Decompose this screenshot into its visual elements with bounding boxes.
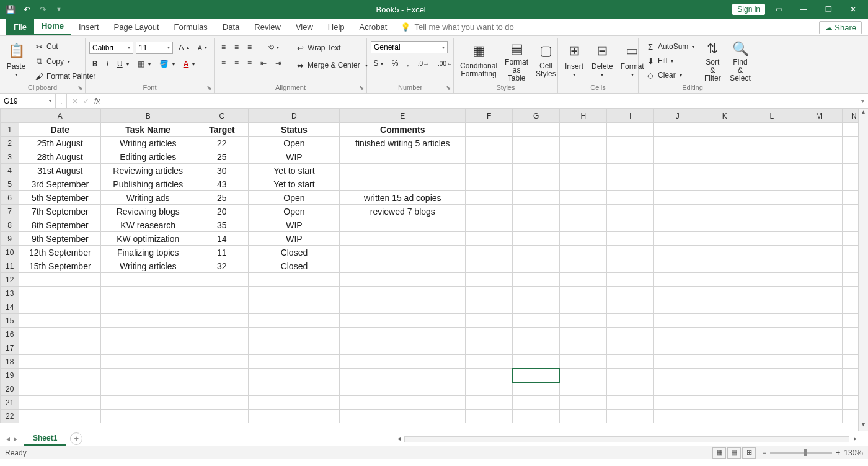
cell-K16[interactable]: [701, 328, 748, 341]
cell-A5[interactable]: 3rd September: [19, 177, 101, 191]
cell-J15[interactable]: [654, 314, 701, 328]
scroll-down-icon[interactable]: ▼: [859, 421, 868, 431]
cell-D14[interactable]: [249, 300, 340, 314]
cell-E18[interactable]: [340, 355, 466, 369]
cell-K4[interactable]: [701, 164, 748, 177]
cell-J14[interactable]: [654, 300, 701, 314]
cell-C1[interactable]: Target: [195, 123, 249, 137]
cell-I18[interactable]: [607, 355, 654, 369]
row-header-2[interactable]: 2: [1, 137, 19, 150]
cell-F7[interactable]: [466, 205, 513, 218]
cell-G12[interactable]: [513, 273, 560, 287]
row-header-3[interactable]: 3: [1, 150, 19, 164]
comma-format-icon[interactable]: ,: [404, 57, 412, 69]
cell-G14[interactable]: [513, 300, 560, 314]
align-middle-icon[interactable]: ≡: [231, 41, 242, 53]
cell-K13[interactable]: [701, 287, 748, 300]
qat-customize-icon[interactable]: ▼: [53, 4, 64, 15]
cell-E4[interactable]: [340, 164, 466, 177]
cell-K21[interactable]: [701, 396, 748, 410]
align-top-icon[interactable]: ≡: [218, 41, 229, 53]
cell-I14[interactable]: [607, 300, 654, 314]
align-right-icon[interactable]: ≡: [244, 57, 255, 69]
cell-J9[interactable]: [654, 232, 701, 246]
zoom-out-button[interactable]: −: [762, 449, 766, 457]
cell-E11[interactable]: [340, 259, 466, 273]
cell-L17[interactable]: [748, 341, 795, 355]
cell-F4[interactable]: [466, 164, 513, 177]
cell-E13[interactable]: [340, 287, 466, 300]
row-header-17[interactable]: 17: [1, 341, 19, 355]
cell-H22[interactable]: [560, 410, 607, 423]
formula-input[interactable]: [105, 94, 857, 108]
cell-K17[interactable]: [701, 341, 748, 355]
cell-D13[interactable]: [249, 287, 340, 300]
cell-A11[interactable]: 15th September: [19, 259, 101, 273]
cell-D5[interactable]: Yet to start: [249, 177, 340, 191]
tab-data[interactable]: Data: [215, 19, 247, 35]
cell-A16[interactable]: [19, 328, 101, 341]
cell-G3[interactable]: [513, 150, 560, 164]
underline-button[interactable]: U▾: [114, 58, 132, 70]
normal-view-icon[interactable]: ▦: [712, 447, 726, 459]
cell-I11[interactable]: [607, 259, 654, 273]
cell-M18[interactable]: [795, 355, 843, 369]
cell-H10[interactable]: [560, 246, 607, 259]
cell-C7[interactable]: 20: [195, 205, 249, 218]
cell-J13[interactable]: [654, 287, 701, 300]
row-header-10[interactable]: 10: [1, 246, 19, 259]
cell-L15[interactable]: [748, 314, 795, 328]
cell-D22[interactable]: [249, 410, 340, 423]
tab-review[interactable]: Review: [247, 19, 288, 35]
row-header-9[interactable]: 9: [1, 232, 19, 246]
cell-K7[interactable]: [701, 205, 748, 218]
cell-B22[interactable]: [101, 410, 195, 423]
cell-C14[interactable]: [195, 300, 249, 314]
cell-E5[interactable]: [340, 177, 466, 191]
cell-A9[interactable]: 9th September: [19, 232, 101, 246]
cell-L16[interactable]: [748, 328, 795, 341]
increase-font-icon[interactable]: A▴: [175, 41, 192, 54]
cell-L7[interactable]: [748, 205, 795, 218]
row-header-15[interactable]: 15: [1, 314, 19, 328]
cell-H21[interactable]: [560, 396, 607, 410]
cell-I5[interactable]: [607, 177, 654, 191]
cell-G4[interactable]: [513, 164, 560, 177]
cell-L3[interactable]: [748, 150, 795, 164]
cell-B15[interactable]: [101, 314, 195, 328]
cell-K18[interactable]: [701, 355, 748, 369]
cell-F14[interactable]: [466, 300, 513, 314]
cell-L18[interactable]: [748, 355, 795, 369]
cell-B19[interactable]: [101, 369, 195, 382]
cell-E7[interactable]: reviewed 7 blogs: [340, 205, 466, 218]
cell-J19[interactable]: [654, 369, 701, 382]
share-button[interactable]: ☁ Share: [819, 21, 862, 34]
tab-home[interactable]: Home: [34, 17, 71, 35]
cell-L12[interactable]: [748, 273, 795, 287]
cell-F8[interactable]: [466, 218, 513, 232]
borders-button[interactable]: ▦▾: [135, 58, 154, 70]
row-header-8[interactable]: 8: [1, 218, 19, 232]
cell-I10[interactable]: [607, 246, 654, 259]
cell-I20[interactable]: [607, 382, 654, 396]
cell-E20[interactable]: [340, 382, 466, 396]
row-header-5[interactable]: 5: [1, 177, 19, 191]
cell-F10[interactable]: [466, 246, 513, 259]
cell-E6[interactable]: written 15 ad copies: [340, 191, 466, 205]
cell-F11[interactable]: [466, 259, 513, 273]
percent-format-icon[interactable]: %: [389, 57, 402, 69]
cell-H12[interactable]: [560, 273, 607, 287]
merge-center-button[interactable]: ⬌Merge & Center▾: [292, 58, 371, 72]
cell-H18[interactable]: [560, 355, 607, 369]
cell-H20[interactable]: [560, 382, 607, 396]
cell-K12[interactable]: [701, 273, 748, 287]
cell-K3[interactable]: [701, 150, 748, 164]
cell-J16[interactable]: [654, 328, 701, 341]
cell-L8[interactable]: [748, 218, 795, 232]
cell-I12[interactable]: [607, 273, 654, 287]
cell-K8[interactable]: [701, 218, 748, 232]
cell-F22[interactable]: [466, 410, 513, 423]
cell-J17[interactable]: [654, 341, 701, 355]
cell-G20[interactable]: [513, 382, 560, 396]
cell-L5[interactable]: [748, 177, 795, 191]
